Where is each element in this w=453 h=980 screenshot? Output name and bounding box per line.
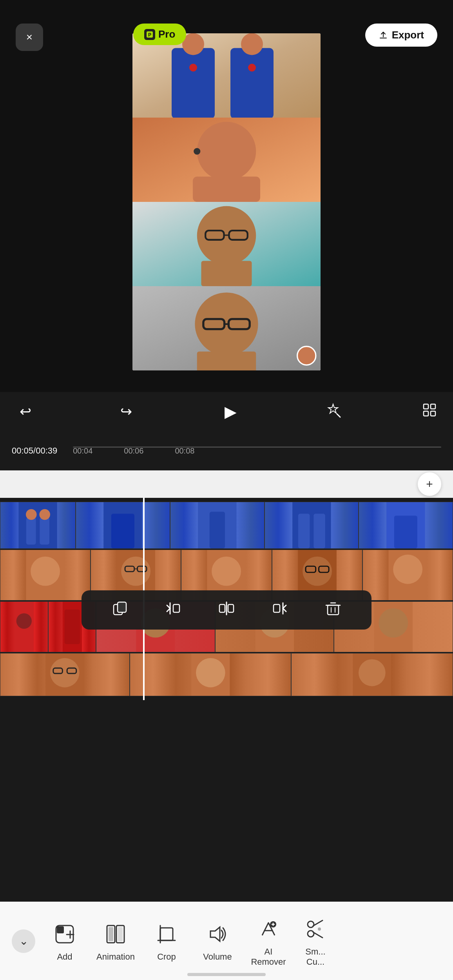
svg-point-36 <box>39 509 50 520</box>
preview-area: × P Pro Export <box>0 0 453 392</box>
bottom-toolbar: ⌄ Add An <box>0 902 453 980</box>
smart-cut-icon <box>302 915 329 943</box>
split-right-tool-button[interactable] <box>267 596 292 624</box>
film-cell-4-2 <box>130 653 292 696</box>
delete-icon <box>324 600 342 617</box>
svg-rect-80 <box>118 602 126 612</box>
export-button[interactable]: Export <box>365 24 437 47</box>
svg-line-115 <box>313 920 323 926</box>
svg-rect-92 <box>328 605 339 615</box>
film-cell-1-3 <box>170 502 265 549</box>
pro-label: Pro <box>158 28 175 40</box>
play-icon: ▶ <box>225 403 237 421</box>
svg-rect-16 <box>201 261 252 287</box>
collage-frame-3 <box>132 202 321 286</box>
undo-button[interactable]: ↩ <box>16 399 35 424</box>
chevron-down-icon: ⌄ <box>19 935 28 947</box>
svg-rect-41 <box>292 502 331 548</box>
film-cell-4-1 <box>0 653 130 696</box>
redo-button[interactable]: ↪ <box>116 399 136 424</box>
toolbar-add[interactable]: Add <box>39 910 90 973</box>
add-icon <box>51 920 78 948</box>
svg-point-60 <box>393 555 422 584</box>
film-cell-1-2 <box>76 502 170 549</box>
film-cell-1-1 <box>0 502 76 549</box>
toolbar-animation[interactable]: Animation <box>90 910 141 973</box>
svg-rect-104 <box>118 927 123 941</box>
split-icon <box>218 600 235 617</box>
crop-icon <box>153 920 180 948</box>
collage-frame-4 <box>132 286 321 370</box>
animation-icon <box>102 920 129 948</box>
delete-tool-button[interactable] <box>321 596 346 624</box>
pro-badge[interactable]: P Pro <box>133 24 186 45</box>
toolbar-smart-cut[interactable]: Sm... Cu... <box>294 910 337 973</box>
undo-icon: ↩ <box>20 403 31 420</box>
ai-remover-label-line1: AI <box>265 947 273 956</box>
svg-rect-42 <box>298 514 310 549</box>
svg-rect-32 <box>18 502 57 548</box>
svg-rect-86 <box>219 604 225 612</box>
magic-button[interactable] <box>325 402 341 421</box>
film-row-4 <box>0 653 453 696</box>
collapse-button[interactable]: ⌄ <box>12 929 35 953</box>
svg-rect-33 <box>26 517 36 544</box>
svg-rect-87 <box>228 604 234 612</box>
scroll-indicator <box>187 973 266 976</box>
close-icon: × <box>26 31 33 44</box>
svg-point-70 <box>379 608 408 638</box>
film-cell-3-1 <box>0 601 48 652</box>
svg-point-9 <box>248 64 256 72</box>
split-right-icon <box>271 600 288 617</box>
video-preview <box>132 33 321 370</box>
svg-rect-38 <box>111 514 134 549</box>
toolbar-ai-remover[interactable]: AI Remover <box>243 910 294 973</box>
svg-point-76 <box>196 658 225 688</box>
toolbar-crop[interactable]: Crop <box>141 910 192 973</box>
play-button[interactable]: ▶ <box>217 398 244 425</box>
fullscreen-button[interactable] <box>422 402 437 421</box>
ai-remover-icon <box>255 915 282 943</box>
svg-rect-3 <box>132 33 321 118</box>
svg-rect-91 <box>274 604 280 612</box>
controls-bar: ↩ ↪ ▶ <box>0 392 453 431</box>
svg-marker-108 <box>210 927 220 941</box>
copy-tool-button[interactable] <box>107 596 132 624</box>
svg-rect-98 <box>57 926 64 933</box>
time-marker-1: 00:04 <box>73 446 92 456</box>
svg-line-116 <box>313 932 323 938</box>
svg-rect-64 <box>64 610 80 644</box>
add-media-button[interactable]: + <box>418 472 441 496</box>
svg-rect-28 <box>424 404 428 409</box>
svg-point-34 <box>26 509 37 520</box>
split-tool-button[interactable] <box>214 596 239 624</box>
svg-point-113 <box>308 921 314 927</box>
svg-rect-43 <box>313 514 325 549</box>
split-left-icon <box>165 600 182 617</box>
svg-rect-35 <box>40 517 49 544</box>
svg-rect-6 <box>230 48 274 118</box>
svg-rect-4 <box>172 48 215 118</box>
redo-icon: ↪ <box>120 403 132 420</box>
svg-rect-40 <box>209 512 225 548</box>
toolbar-volume[interactable]: Volume <box>192 910 243 973</box>
svg-point-56 <box>303 557 332 586</box>
film-cell-1-4 <box>265 502 359 549</box>
smart-cut-label-line2: Cu... <box>306 957 324 967</box>
add-label: Add <box>57 952 72 962</box>
svg-point-11 <box>197 122 256 181</box>
magic-icon <box>325 406 341 421</box>
time-marker-3: 00:08 <box>175 446 194 456</box>
animation-label: Animation <box>96 952 135 962</box>
timeline-area: 00:05/00:39 00:04 00:06 00:08 <box>0 431 453 470</box>
svg-rect-12 <box>193 177 260 202</box>
split-left-tool-button[interactable] <box>161 596 186 624</box>
film-cell-2-1 <box>0 550 91 601</box>
svg-point-114 <box>308 931 314 937</box>
close-button[interactable]: × <box>16 24 43 51</box>
svg-rect-22 <box>197 352 256 370</box>
fullscreen-icon <box>422 406 437 421</box>
svg-point-7 <box>241 33 263 55</box>
ai-remover-label-line2: Remover <box>251 957 286 967</box>
svg-rect-84 <box>173 604 179 612</box>
